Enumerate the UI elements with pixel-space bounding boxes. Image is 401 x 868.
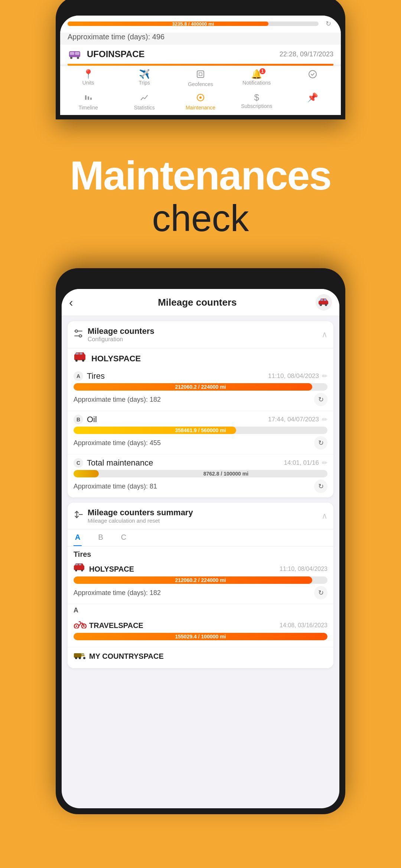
unit-name-top: UFOINSPACE (87, 49, 280, 59)
summary-card-title: Mileage counters summary (88, 508, 322, 517)
trips-icon: ✈️ (139, 70, 150, 79)
maint-total-name: Total maintenance (87, 458, 284, 468)
svg-point-40 (76, 625, 77, 627)
svg-rect-2 (75, 52, 79, 55)
top-phone: 3235.8 / 400000 mi ↻ Approximate time (d… (56, 0, 345, 119)
nav-item-units[interactable]: 📍 Units (60, 68, 116, 89)
svg-point-37 (81, 570, 83, 572)
headline-main: Maintenances (15, 153, 386, 198)
svg-rect-1 (70, 52, 74, 55)
nav-item-check[interactable] (285, 68, 341, 89)
svg-point-41 (83, 625, 85, 627)
maint-total-refresh[interactable]: ↻ (314, 480, 327, 493)
summary-tabs: A B C (68, 529, 333, 546)
summary-holyspace-progress: 212060.2 / 224000 mi (74, 576, 327, 584)
maint-tires-name: Tires (87, 371, 268, 381)
bottom-phone: ‹ Mileage counters (56, 268, 345, 814)
maint-tires-date: 11:10, 08/04/2023 (268, 372, 319, 380)
maint-tires-header: A Tires 11:10, 08/04/2023 ✏ (74, 371, 327, 381)
nav-item-geofences[interactable]: Geofences (172, 68, 228, 89)
summary-holyspace-refresh[interactable]: ↻ (314, 586, 327, 599)
svg-rect-12 (319, 301, 328, 305)
svg-point-3 (70, 57, 72, 59)
svg-point-6 (309, 70, 316, 78)
nav-item-statistics[interactable]: Statistics (116, 92, 172, 112)
svg-point-36 (75, 570, 77, 572)
nav-item-notifications[interactable]: 🔔 1 Notifications (229, 68, 285, 89)
tab-c[interactable]: C (120, 529, 128, 546)
mileage-counters-card: Mileage counters Configuration ∧ (68, 321, 333, 497)
maint-total-edit[interactable]: ✏ (322, 459, 327, 467)
nav-item-subscriptions[interactable]: $ Subscriptions (229, 92, 285, 112)
bp-car-icon (316, 294, 332, 310)
headline-section: Maintenances check (0, 123, 401, 268)
svg-rect-7 (85, 95, 87, 100)
tab-b[interactable]: B (97, 529, 104, 546)
maint-tires-edit[interactable]: ✏ (322, 372, 327, 380)
svg-rect-35 (79, 564, 81, 565)
bottom-phone-inner: ‹ Mileage counters (62, 289, 339, 808)
maint-oil-header: B Oil 17:44, 04/07/2023 ✏ (74, 415, 327, 424)
category-tires: Tires (68, 546, 333, 560)
config-unit-row: HOLYSPACE (68, 348, 333, 368)
nav-item-pin[interactable]: 📌 (285, 92, 341, 112)
maint-total-label: 8762.8 / 100000 mi (203, 471, 248, 477)
maint-oil-badge: B (74, 415, 83, 424)
mileage-progress-bar: 3235.8 / 400000 mi (68, 22, 319, 26)
mileage-refresh-icon[interactable]: ↻ (323, 19, 333, 29)
svg-rect-27 (79, 353, 82, 355)
bp-title: Mileage counters (79, 297, 316, 308)
svg-rect-24 (74, 354, 85, 360)
summary-holyspace-approx: Approximate time (days): 182 (74, 589, 161, 597)
config-card-title: Mileage counters (88, 326, 322, 336)
statistics-icon (140, 93, 149, 103)
config-card-header: Mileage counters Configuration ∧ (68, 321, 333, 348)
summary-card-header: Mileage counters summary Mileage calcula… (68, 503, 333, 529)
summary-card-icon (74, 510, 83, 522)
svg-point-47 (83, 657, 85, 659)
subscriptions-label: Subscriptions (241, 103, 272, 109)
bottom-nav-row2: Timeline Statistics Maintenance $ Su (60, 90, 341, 115)
back-button[interactable]: ‹ (69, 296, 73, 309)
svg-point-29 (82, 359, 84, 362)
summary-card-subtitle: Mileage calculation and reset (88, 517, 322, 524)
config-card-title-block: Mileage counters Configuration (88, 326, 322, 343)
bottom-phone-wrapper: ‹ Mileage counters (0, 268, 401, 814)
maint-tires-refresh[interactable]: ↻ (314, 393, 327, 406)
nav-item-timeline[interactable]: Timeline (60, 92, 116, 112)
svg-rect-9 (90, 98, 92, 100)
svg-rect-8 (88, 96, 89, 100)
tab-a[interactable]: A (74, 529, 82, 546)
nav-item-trips[interactable]: ✈️ Trips (116, 68, 172, 89)
svg-point-11 (199, 96, 202, 99)
pin-icon: 📌 (307, 93, 318, 102)
summary-countryspace-name: MY COUNTRYSPACE (89, 652, 327, 661)
maint-oil-progress: 358461.9 / 560000 mi (74, 427, 327, 434)
svg-rect-5 (197, 71, 204, 78)
svg-rect-32 (74, 565, 84, 570)
config-unit-icon (74, 352, 87, 365)
nav-item-maintenance[interactable]: Maintenance (172, 92, 228, 112)
maint-total-date: 14:01, 01/16 (284, 459, 319, 467)
summary-travelspace-unit-row: TRAVELSPACE 14:08, 03/16/2023 (74, 619, 327, 631)
maint-item-total: C Total maintenance 14:01, 01/16 ✏ 8762.… (68, 454, 333, 497)
maintenance-label: Maintenance (186, 105, 215, 111)
top-phone-wrapper: 3235.8 / 400000 mi ↻ Approximate time (d… (0, 0, 401, 123)
timeline-icon (84, 93, 93, 103)
maint-oil-refresh[interactable]: ↻ (314, 436, 327, 450)
config-card-chevron[interactable]: ∧ (322, 330, 327, 339)
summary-holyspace-unit-row: HOLYSPACE 11:10, 08/04/2023 (74, 563, 327, 575)
top-header-bar: 3235.8 / 400000 mi ↻ (60, 16, 341, 33)
summary-item-holyspace: HOLYSPACE 11:10, 08/04/2023 212060.2 / 2… (68, 560, 333, 604)
svg-rect-44 (82, 654, 84, 655)
mileage-bar-row: 3235.8 / 400000 mi ↻ (68, 19, 333, 29)
top-phone-screen: 3235.8 / 400000 mi ↻ Approximate time (d… (60, 16, 341, 115)
svg-point-46 (79, 657, 81, 659)
svg-rect-26 (76, 353, 79, 355)
maint-oil-edit[interactable]: ✏ (322, 415, 327, 424)
maint-item-tires: A Tires 11:10, 08/04/2023 ✏ 212060.2 / 2… (68, 368, 333, 411)
summary-holyspace-label: 212060.2 / 224000 mi (175, 577, 226, 583)
maint-total-approx: Approximate time (days): 81 (74, 483, 157, 490)
summary-holyspace-name: HOLYSPACE (89, 565, 280, 573)
summary-card-chevron[interactable]: ∧ (322, 511, 327, 521)
